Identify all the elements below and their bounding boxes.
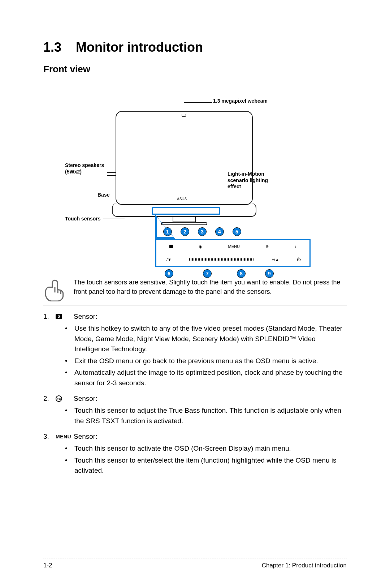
slider-scale-icon <box>189 258 254 261</box>
footer-page-number: 1-2 <box>43 562 52 569</box>
menu-icon: MENU <box>56 434 71 439</box>
menu-sensor-icon: MENU <box>228 244 240 249</box>
asus-logo: ASUS <box>177 197 187 201</box>
list-item: Touch this sensor to activate the OSD (O… <box>74 443 347 454</box>
input-sensor-icon: ⊕ <box>265 244 269 249</box>
sensor-1-number: 1. <box>43 313 53 321</box>
bass-icon-glyph: ●)) <box>56 395 62 402</box>
sensor-2-heading: 2. ●)) Sensor: <box>43 395 347 403</box>
bubble-5: 5 <box>233 227 241 236</box>
s-icon-glyph: S <box>56 314 62 319</box>
list-item: Exit the OSD menu or go back to the prev… <box>74 356 347 366</box>
up-sensor-icon: +/▲ <box>272 257 279 262</box>
list-item: Touch this sensor to adjust the True Bas… <box>74 405 347 426</box>
callout-touch-sensors: Touch sensors <box>65 216 101 222</box>
sensor-2-bullets: Touch this sensor to adjust the True Bas… <box>74 405 347 426</box>
list-item: Use this hotkey to switch to any of the … <box>74 323 347 355</box>
sensor-3-heading: 3. MENU Sensor: <box>43 433 347 441</box>
s-icon: S <box>56 314 71 319</box>
divider <box>43 273 347 273</box>
power-sensor-icon: ⏻ <box>297 257 301 262</box>
callout-base: Base <box>98 192 109 198</box>
bubble-3: 3 <box>198 227 207 236</box>
callout-bubbles-top: 1 2 3 4 5 <box>163 227 241 236</box>
leader-line <box>103 219 125 219</box>
controls-dots: ······ <box>153 208 219 214</box>
monitor-base-icon <box>161 222 207 225</box>
sensor-list: 1. S Sensor: Use this hotkey to switch t… <box>43 313 347 476</box>
callout-speakers: Stereo speakers (5Wx2) <box>65 162 104 175</box>
bubble-2: 2 <box>181 227 189 236</box>
callout-speakers-line2: (5Wx2) <box>65 169 82 175</box>
note-row: The touch sensors are sensitive. Slightl… <box>43 278 347 301</box>
list-item: Touch this sensor to enter/select the it… <box>74 455 347 476</box>
footer-chapter: Chapter 1: Product introduction <box>262 562 347 569</box>
divider <box>43 305 347 305</box>
sensor-2-label: Sensor: <box>74 395 97 403</box>
sensor-2-number: 2. <box>43 395 53 403</box>
sensor-1-bullets: Use this hotkey to switch to any of the … <box>74 323 347 388</box>
sensor-3-number: 3. <box>43 433 53 441</box>
callout-lim-line3: effect <box>228 184 241 189</box>
bubble-1: 1 <box>163 227 172 236</box>
sound-sensor-icon: ♪ <box>295 244 297 249</box>
webcam-icon <box>182 114 186 117</box>
leader-line <box>184 102 212 103</box>
sensor-1-label: Sensor: <box>74 313 97 321</box>
bass-icon: ●)) <box>56 395 71 402</box>
monitor-screen-icon <box>116 111 253 205</box>
bubble-9: 9 <box>265 269 274 278</box>
section-title-text: Monitor introduction <box>76 40 203 55</box>
monitor-neck-icon <box>173 217 196 222</box>
callout-speakers-line1: Stereo speakers <box>65 162 104 168</box>
touch-sensor-zoom: ◉ MENU ⊕ ♪ -/▼ +/▲ ⏻ <box>155 239 311 267</box>
callout-light-in-motion: Light-in-Motion scenario lighting effect <box>228 171 268 190</box>
callout-lim-line1: Light-in-Motion <box>228 171 264 177</box>
sensor-3-label: Sensor: <box>74 433 97 441</box>
s-sensor-icon <box>169 245 173 248</box>
section-heading: 1.3Monitor introduction <box>43 40 347 55</box>
subsection-heading: Front view <box>43 64 347 75</box>
note-text: The touch sensors are sensitive. Slightl… <box>74 278 347 296</box>
bubble-7: 7 <box>203 269 212 278</box>
callout-lim-line2: scenario lighting <box>228 177 268 183</box>
menu-icon-glyph: MENU <box>56 434 71 439</box>
bubble-6: 6 <box>165 269 173 278</box>
down-sensor-icon: -/▼ <box>165 257 172 262</box>
bubble-8: 8 <box>237 269 246 278</box>
controls-bar: ······ <box>152 207 220 215</box>
list-item: Automatically adjust the image to its op… <box>74 368 347 388</box>
callout-webcam: 1.3 megapixel webcam <box>213 98 268 104</box>
bass-sensor-icon: ◉ <box>199 244 202 249</box>
sensor-1-heading: 1. S Sensor: <box>43 313 347 321</box>
page-footer: 1-2 Chapter 1: Product introduction <box>43 558 347 569</box>
pointing-hand-icon <box>43 278 67 301</box>
section-number: 1.3 <box>43 40 61 55</box>
bubble-4: 4 <box>215 227 224 236</box>
sensor-3-bullets: Touch this sensor to activate the OSD (O… <box>74 443 347 476</box>
front-view-figure: ASUS ······ 1.3 megapixel webcam Stereo … <box>43 86 347 270</box>
